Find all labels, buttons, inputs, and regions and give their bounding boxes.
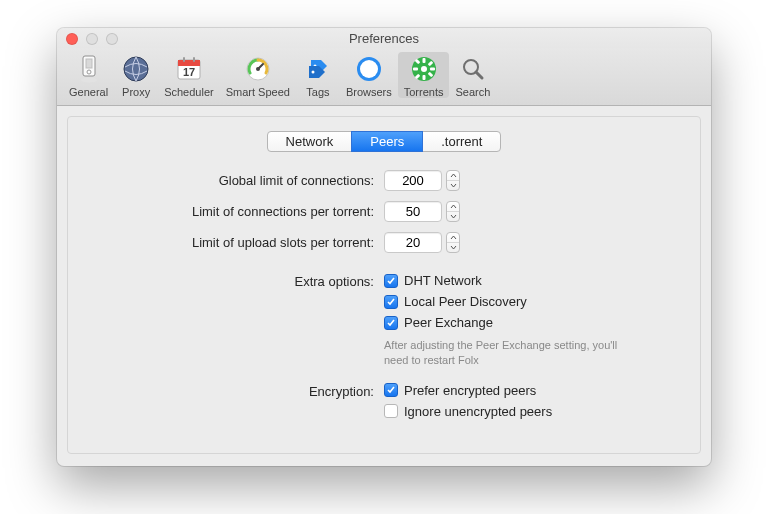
chevron-down-icon[interactable] (447, 212, 459, 221)
minimize-icon[interactable] (86, 33, 98, 45)
toolbar-item-tags[interactable]: Tags (296, 52, 340, 98)
chevron-up-icon[interactable] (447, 202, 459, 212)
chevron-down-icon[interactable] (447, 243, 459, 252)
checkbox-checked-icon (384, 274, 398, 288)
toolbar-item-torrents[interactable]: Torrents (398, 52, 450, 98)
svg-rect-8 (183, 57, 185, 62)
ignore-unencrypted-checkbox[interactable]: Ignore unencrypted peers (384, 404, 552, 419)
svg-point-13 (256, 67, 260, 71)
content-pane: Network Peers .torrent Global limit of c… (67, 116, 701, 454)
svg-rect-9 (193, 57, 195, 62)
chevron-up-icon[interactable] (447, 233, 459, 243)
extra-options-label: Extra options: (84, 273, 384, 289)
svg-rect-24 (413, 68, 418, 71)
svg-rect-25 (430, 68, 435, 71)
checkbox-unchecked-icon (384, 404, 398, 418)
toolbar-item-scheduler[interactable]: 17 Scheduler (158, 52, 220, 98)
dht-checkbox[interactable]: DHT Network (384, 273, 644, 288)
checkbox-checked-icon (384, 295, 398, 309)
pex-checkbox[interactable]: Peer Exchange (384, 315, 644, 330)
svg-point-17 (360, 60, 378, 78)
toolbar: General Proxy (57, 48, 711, 106)
lpd-checkbox[interactable]: Local Peer Discovery (384, 294, 644, 309)
pex-label: Peer Exchange (404, 315, 493, 330)
toolbar-label: Proxy (122, 86, 150, 98)
chevron-down-icon[interactable] (447, 181, 459, 190)
upload-slots-label: Limit of upload slots per torrent: (84, 235, 384, 250)
toolbar-label: Torrents (404, 86, 444, 98)
tab-network[interactable]: Network (267, 131, 353, 152)
toolbar-item-smart-speed[interactable]: Smart Speed (220, 52, 296, 98)
checkbox-checked-icon (384, 316, 398, 330)
torrent-gear-icon (409, 54, 439, 84)
globe-icon (121, 54, 151, 84)
traffic-lights (66, 33, 118, 45)
preferences-window: Preferences General (57, 28, 711, 466)
global-limit-input[interactable] (384, 170, 442, 191)
calendar-icon: 17 (174, 54, 204, 84)
svg-point-3 (81, 78, 97, 83)
global-limit-label: Global limit of connections: (84, 173, 384, 188)
toolbar-label: Tags (306, 86, 329, 98)
svg-line-31 (476, 72, 482, 78)
window-title: Preferences (349, 31, 419, 46)
general-icon (74, 54, 104, 84)
toolbar-item-proxy[interactable]: Proxy (114, 52, 158, 98)
svg-point-15 (311, 71, 314, 74)
svg-text:17: 17 (183, 66, 195, 78)
compass-icon (354, 54, 384, 84)
dht-label: DHT Network (404, 273, 482, 288)
global-limit-stepper[interactable] (446, 170, 460, 191)
per-torrent-limit-label: Limit of connections per torrent: (84, 204, 384, 219)
checkbox-checked-icon (384, 383, 398, 397)
chevron-up-icon[interactable] (447, 171, 459, 181)
prefer-encrypted-checkbox[interactable]: Prefer encrypted peers (384, 383, 552, 398)
per-torrent-limit-stepper[interactable] (446, 201, 460, 222)
toolbar-item-search[interactable]: Search (449, 52, 496, 98)
upload-slots-input[interactable] (384, 232, 442, 253)
toolbar-item-general[interactable]: General (63, 52, 114, 98)
per-torrent-limit-input[interactable] (384, 201, 442, 222)
tags-icon (303, 54, 333, 84)
toolbar-label: General (69, 86, 108, 98)
svg-point-21 (421, 66, 427, 72)
toolbar-label: Scheduler (164, 86, 214, 98)
upload-slots-stepper[interactable] (446, 232, 460, 253)
encryption-label: Encryption: (84, 383, 384, 399)
svg-rect-23 (422, 75, 425, 80)
prefer-encrypted-label: Prefer encrypted peers (404, 383, 536, 398)
ignore-unencrypted-label: Ignore unencrypted peers (404, 404, 552, 419)
toolbar-label: Smart Speed (226, 86, 290, 98)
titlebar: Preferences (57, 28, 711, 48)
search-icon (458, 54, 488, 84)
gauge-icon (243, 54, 273, 84)
svg-rect-1 (86, 59, 92, 68)
lpd-label: Local Peer Discovery (404, 294, 527, 309)
sub-tabs: Network Peers .torrent (84, 131, 684, 152)
tab-torrent-file[interactable]: .torrent (422, 131, 501, 152)
tab-peers[interactable]: Peers (351, 131, 423, 152)
close-icon[interactable] (66, 33, 78, 45)
toolbar-label: Browsers (346, 86, 392, 98)
svg-rect-22 (422, 58, 425, 63)
toolbar-label: Search (455, 86, 490, 98)
zoom-icon[interactable] (106, 33, 118, 45)
pex-hint: After adjusting the Peer Exchange settin… (384, 338, 644, 368)
toolbar-item-browsers[interactable]: Browsers (340, 52, 398, 98)
